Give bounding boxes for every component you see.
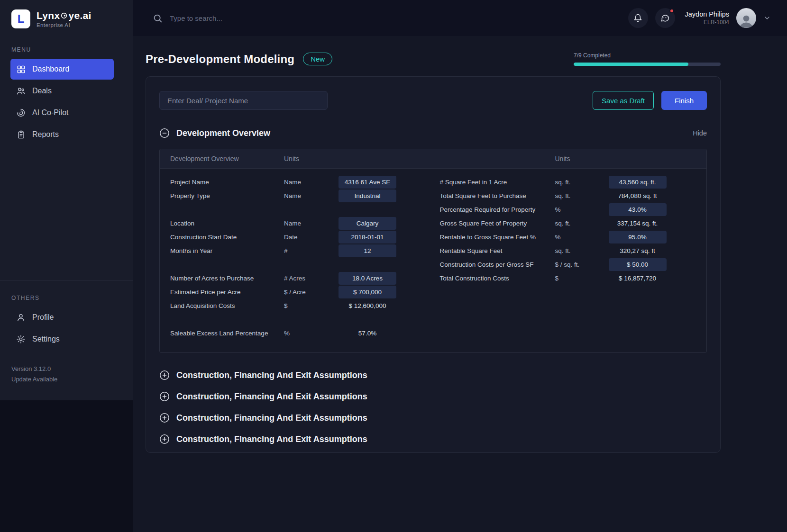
overview-section-title: Development Overview (176, 128, 270, 138)
notification-dot (669, 9, 674, 13)
row-label: Property Type (170, 192, 284, 199)
menu-items: DashboardDealsAI Co-PilotReports (0, 58, 133, 146)
overview-table-header: Development Overview Units Units (160, 149, 706, 169)
brand: L Lynxye.ai Enterprise AI (0, 0, 133, 32)
overview-rows-right: # Square Feet in 1 Acresq. ft.43,560 sq.… (433, 175, 707, 285)
copilot-icon (16, 108, 26, 117)
progress-label: 7/9 Completed (574, 52, 721, 59)
row-value-input[interactable]: 95.0% (609, 231, 667, 243)
row-value-cell: 43,560 sq. ft. (609, 176, 680, 189)
chevron-down-icon[interactable] (763, 14, 771, 22)
row-value-input[interactable]: 43.0% (609, 203, 667, 216)
search-icon (153, 13, 163, 23)
row-value-cell: 4316 61 Ave SE (339, 176, 410, 189)
row-label: # Square Feet in 1 Acre (440, 179, 555, 186)
sidebar-item-dashboard[interactable]: Dashboard (10, 59, 114, 80)
row-value-input[interactable]: $ 700,000 (339, 286, 396, 298)
row-value-cell: 95.0% (609, 231, 680, 243)
row-label: Rentable Square Feet (440, 247, 555, 254)
row-unit: $ (555, 275, 609, 282)
plus-circle-icon[interactable] (159, 370, 170, 380)
row-value-text: 784,080 sq. ft (609, 189, 667, 202)
notifications-button[interactable] (628, 8, 648, 28)
row-unit: $ (284, 302, 339, 309)
finish-button[interactable]: Finish (661, 91, 707, 110)
row-label: Construction Costs per Gross SF (440, 261, 555, 268)
row-label: Estimated Price per Acre (170, 289, 284, 296)
brand-subtitle: Enterprise AI (37, 22, 92, 28)
new-badge: New (303, 53, 332, 65)
minus-circle-icon[interactable] (159, 128, 170, 138)
row-value-text: 337,154 sq. ft. (609, 217, 667, 230)
overview-row: Percentage Required for Property%43.0% (433, 203, 707, 216)
bell-icon (633, 14, 642, 23)
sidebar-column: L Lynxye.ai Enterprise AI MENU Dashboard… (0, 0, 133, 532)
row-unit: $ / Acre (284, 289, 339, 296)
sidebar-item-ai-co-pilot[interactable]: AI Co-Pilot (10, 102, 114, 123)
reports-icon (16, 130, 26, 139)
overview-row: Project NameName4316 61 Ave SE (160, 175, 433, 189)
save-as-draft-button[interactable]: Save as Draft (593, 91, 654, 110)
main-column: Jaydon Philips ELR-1004 Pre-Development … (133, 0, 787, 532)
sidebar-item-deals[interactable]: Deals (10, 81, 114, 101)
sidebar-divider (0, 280, 133, 280)
user-id: ELR-1004 (685, 19, 730, 26)
plus-circle-icon[interactable] (159, 391, 170, 402)
row-value-input[interactable]: $ 50.00 (609, 258, 667, 271)
row-unit: % (555, 206, 609, 213)
hide-link[interactable]: Hide (693, 129, 707, 137)
row-value-input[interactable]: 12 (339, 244, 396, 257)
sidebar-spacer (0, 146, 133, 280)
sidebar-item-label: Reports (32, 130, 59, 139)
search-input[interactable] (170, 14, 321, 22)
plus-circle-icon[interactable] (159, 434, 170, 444)
overview-row: Estimated Price per Acre$ / Acre$ 700,00… (160, 285, 433, 299)
row-label: Total Square Feet to Purchase (440, 192, 555, 199)
collapsed-section-header[interactable]: Construction, Financing And Exit Assumpt… (159, 370, 707, 380)
overview-row: Number of Acres to Purchase# Acres18.0 A… (160, 271, 433, 285)
row-value-text: $ 12,600,000 (339, 299, 396, 312)
search-bar[interactable] (153, 13, 628, 23)
collapsed-section-header[interactable]: Construction, Financing And Exit Assumpt… (159, 434, 707, 444)
row-unit: sq. ft. (555, 247, 609, 254)
overview-row: Land Acquisition Costs$$ 12,600,000 (160, 299, 433, 313)
collapsed-section-header[interactable]: Construction, Financing And Exit Assumpt… (159, 391, 707, 402)
row-label: Saleable Excess Land Percentage (170, 330, 284, 337)
row-value-cell: 12 (339, 244, 410, 257)
row-label: Total Construction Costs (440, 275, 555, 282)
collapsed-sections: Construction, Financing And Exit Assumpt… (159, 370, 707, 444)
row-unit: sq. ft. (555, 179, 609, 186)
update-available[interactable]: Update Available (11, 374, 133, 384)
row-value-input[interactable]: 18.0 Acres (339, 272, 396, 285)
row-label: Rentable to Gross Square Feet % (440, 234, 555, 241)
collapsed-section-header[interactable]: Construction, Financing And Exit Assumpt… (159, 413, 707, 423)
progress-fill (574, 63, 688, 66)
user-info: Jaydon Philips ELR-1004 (685, 10, 730, 26)
menu-section-label: MENU (11, 46, 133, 53)
brand-logo-letter: L (18, 12, 25, 26)
sidebar-item-settings[interactable]: Settings (10, 329, 114, 350)
row-value-input[interactable]: Industrial (339, 189, 396, 202)
row-value-input[interactable]: 2018-01-01 (339, 231, 396, 243)
row-value-input[interactable]: 4316 61 Ave SE (339, 176, 396, 189)
sidebar-item-reports[interactable]: Reports (10, 124, 114, 145)
row-value-input[interactable]: 43,560 sq. ft. (609, 176, 667, 189)
row-label: Gross Square Feet of Property (440, 220, 555, 227)
sidebar-item-profile[interactable]: Profile (10, 307, 114, 328)
overview-row: Property TypeNameIndustrial (160, 189, 433, 203)
table-header-units-right: Units (555, 155, 609, 162)
version-number: Version 3.12.0 (11, 364, 133, 374)
plus-circle-icon[interactable] (159, 413, 170, 423)
row-value-cell: 57.0% (339, 327, 410, 340)
deal-name-input[interactable] (159, 91, 328, 110)
row-label: Project Name (170, 179, 284, 186)
avatar[interactable] (736, 8, 756, 28)
chat-bubble-icon (660, 13, 670, 23)
messages-button[interactable] (655, 8, 675, 28)
row-label: Land Acquisition Costs (170, 302, 284, 309)
row-value-cell: 43.0% (609, 203, 680, 216)
row-value-input[interactable]: Calgary (339, 217, 396, 230)
brand-name: Lynxye.ai (37, 10, 92, 21)
progress-widget: 7/9 Completed (574, 52, 721, 66)
collapsed-section-title: Construction, Financing And Exit Assumpt… (176, 434, 367, 444)
